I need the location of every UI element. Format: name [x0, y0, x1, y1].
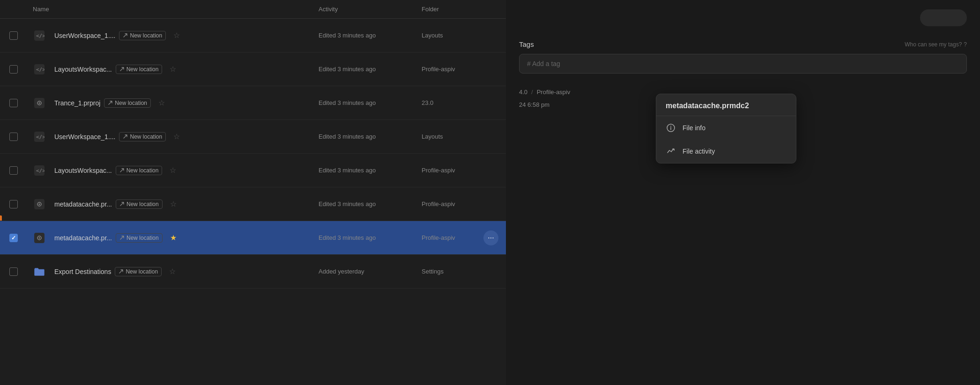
right-panel: Tags Who can see my tags? ? # Add a tag … [506, 0, 980, 385]
row-checkbox[interactable] [9, 267, 18, 276]
code-icon: </> [33, 130, 46, 143]
top-button-area [519, 9, 967, 26]
row-checkbox[interactable] [9, 65, 18, 74]
new-location-badge[interactable]: New location [104, 98, 151, 108]
new-location-badge[interactable]: New location [116, 200, 163, 209]
row-checkbox[interactable] [9, 200, 18, 208]
row-name: UserWorkspace_1.... [54, 133, 115, 141]
folder-icon [33, 265, 46, 278]
row-name: metadatacache.pr... [54, 234, 112, 242]
code-icon: </> [33, 29, 46, 42]
row-activity: Edited 3 minutes ago [319, 167, 422, 174]
info-divider: / [531, 89, 533, 96]
row-folder: Profile-aspiv [422, 66, 497, 73]
table-row[interactable]: metadatacache.pr... New location☆Edited … [0, 187, 506, 221]
row-name: metadatacache.pr... [54, 200, 112, 208]
new-location-badge[interactable]: New location [115, 267, 162, 276]
row-name: LayoutsWorkspac... [54, 66, 112, 73]
context-menu: metadatacache.prmdc2 File info File acti… [656, 94, 796, 163]
tag-input[interactable]: # Add a tag [519, 54, 967, 74]
svg-point-16 [39, 237, 40, 238]
row-name: UserWorkspace_1.... [54, 32, 115, 39]
context-menu-title: metadatacache.prmdc2 [656, 94, 796, 116]
star-icon[interactable]: ☆ [173, 132, 180, 141]
table-header: Name Activity Folder [0, 0, 506, 19]
top-button[interactable] [920, 9, 967, 26]
svg-point-19 [670, 126, 671, 127]
new-location-badge[interactable]: New location [116, 65, 163, 74]
context-menu-file-info[interactable]: File info [656, 116, 796, 140]
row-checkbox[interactable] [9, 31, 18, 40]
header-folder: Folder [422, 6, 497, 13]
who-can-see-label: Who can see my tags? ? [905, 41, 967, 48]
table-row[interactable]: </>UserWorkspace_1.... New location☆Edit… [0, 120, 506, 154]
file-activity-label: File activity [683, 148, 715, 155]
row-activity: Edited 3 minutes ago [319, 66, 422, 73]
star-icon[interactable]: ☆ [173, 31, 180, 40]
proj-icon [33, 96, 46, 110]
tags-section: Tags Who can see my tags? ? # Add a tag [519, 40, 967, 74]
info-profile: Profile-aspiv [537, 89, 571, 96]
info-date: 24 6:58 pm [519, 101, 549, 108]
table-row[interactable]: metadatacache.pr... New location★Edited … [0, 221, 506, 255]
row-folder: 23.0 [422, 99, 497, 106]
svg-text:</>: </> [36, 168, 45, 174]
table-row[interactable]: Export Destinations New location☆Added y… [0, 255, 506, 289]
svg-point-6 [39, 102, 40, 104]
info-icon [666, 123, 676, 133]
row-name: Export Destinations [54, 268, 111, 275]
info-version: 4.0 [519, 89, 527, 96]
row-activity: Edited 3 minutes ago [319, 200, 422, 207]
context-menu-file-activity[interactable]: File activity [656, 140, 796, 163]
proj-icon [33, 231, 46, 244]
star-icon[interactable]: ☆ [170, 200, 177, 208]
row-checkbox[interactable] [9, 99, 18, 107]
row-folder: Layouts [422, 32, 497, 39]
row-checkbox[interactable] [9, 133, 18, 141]
star-icon[interactable]: ☆ [158, 98, 165, 107]
file-info-label: File info [683, 124, 705, 132]
table-row[interactable]: </>LayoutsWorkspac... New location☆Edite… [0, 154, 506, 187]
file-panel: Name Activity Folder </>UserWorkspace_1.… [0, 0, 506, 385]
row-folder: Profile-aspiv [422, 167, 497, 174]
header-activity: Activity [319, 6, 422, 13]
row-checkbox[interactable] [9, 234, 18, 242]
row-activity: Added yesterday [319, 268, 422, 275]
star-icon[interactable]: ☆ [170, 65, 176, 74]
star-icon[interactable]: ★ [170, 233, 177, 242]
svg-text:</>: </> [36, 67, 45, 73]
new-location-badge[interactable]: New location [116, 233, 163, 243]
row-folder: Layouts [422, 133, 497, 140]
table-row[interactable]: </>UserWorkspace_1.... New location☆Edit… [0, 19, 506, 52]
activity-icon [666, 146, 676, 156]
proj-icon [33, 198, 46, 211]
star-icon[interactable]: ☆ [169, 267, 176, 276]
star-icon[interactable]: ☆ [170, 166, 176, 175]
row-name: LayoutsWorkspac... [54, 167, 112, 174]
table-row[interactable]: </>LayoutsWorkspac... New location☆Edite… [0, 52, 506, 86]
rows-container: </>UserWorkspace_1.... New location☆Edit… [0, 19, 506, 289]
row-checkbox[interactable] [9, 166, 18, 175]
new-location-badge[interactable]: New location [119, 31, 166, 40]
tags-label: Tags [519, 40, 534, 48]
row-activity: Edited 3 minutes ago [319, 32, 422, 39]
svg-text:</>: </> [36, 33, 45, 39]
code-icon: </> [33, 164, 46, 177]
code-icon: </> [33, 63, 46, 76]
table-row[interactable]: Trance_1.prproj New location☆Edited 3 mi… [0, 86, 506, 120]
row-name: Trance_1.prproj [54, 99, 100, 107]
row-activity: Edited 3 minutes ago [319, 133, 422, 140]
new-location-badge[interactable]: New location [119, 132, 166, 141]
header-name: Name [33, 6, 319, 13]
tags-header: Tags Who can see my tags? ? [519, 40, 967, 48]
row-folder: Profile-aspiv [422, 200, 497, 207]
svg-point-13 [39, 203, 40, 205]
row-folder: Settings [422, 268, 497, 275]
more-options-button[interactable]: ··· [483, 230, 498, 245]
row-activity: Edited 3 minutes ago [319, 234, 422, 241]
svg-text:</>: </> [36, 134, 45, 140]
row-activity: Edited 3 minutes ago [319, 99, 422, 106]
new-location-badge[interactable]: New location [116, 166, 163, 175]
